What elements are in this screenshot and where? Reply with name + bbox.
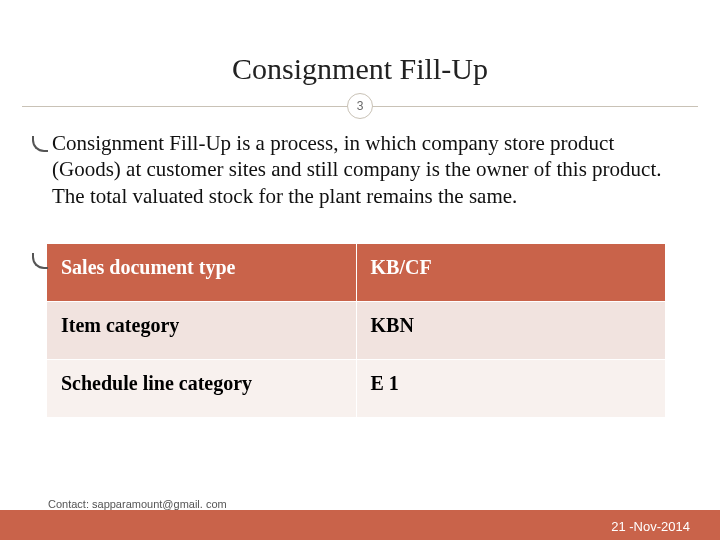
table-cell-key: Sales document type [47, 243, 357, 301]
table-cell-key: Item category [47, 301, 357, 359]
table-row: Item category KBN [47, 301, 666, 359]
body-paragraph: Consignment Fill-Up is a process, in whi… [38, 130, 682, 209]
footer-bar: 21 -Nov-2014 [0, 510, 720, 540]
table-row: Sales document type KB/CF [47, 243, 666, 301]
table-cell-value: KBN [356, 301, 666, 359]
slide-title: Consignment Fill-Up [0, 0, 720, 92]
footer-date: 21 -Nov-2014 [611, 519, 690, 534]
config-table: Sales document type KB/CF Item category … [46, 243, 666, 418]
table-row: Schedule line category E 1 [47, 359, 666, 417]
slide-body: Consignment Fill-Up is a process, in whi… [0, 122, 720, 418]
title-rule: 3 [0, 92, 720, 122]
slide: Consignment Fill-Up 3 Consignment Fill-U… [0, 0, 720, 540]
table-cell-value: E 1 [356, 359, 666, 417]
page-number-badge: 3 [347, 93, 373, 119]
table-cell-key: Schedule line category [47, 359, 357, 417]
table-cell-value: KB/CF [356, 243, 666, 301]
contact-text: Contact: sapparamount@gmail. com [48, 498, 227, 510]
